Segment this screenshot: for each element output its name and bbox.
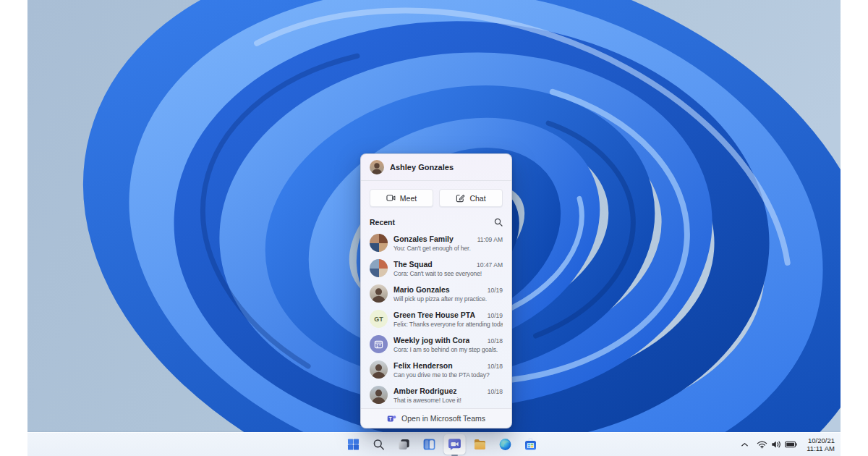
microsoft-store-icon <box>524 437 538 452</box>
conversation-preview: That is awesome! Love it! <box>393 397 503 404</box>
chevron-up-icon <box>741 442 749 447</box>
conversation-row[interactable]: The Squad 10:47 AM Cora: Can't wait to s… <box>361 256 511 282</box>
conversation-timestamp: 10/18 <box>488 363 503 370</box>
chat-button[interactable]: Chat <box>439 189 503 207</box>
battery-icon <box>785 441 797 448</box>
conversation-preview: Will pick up pizza after my practice. <box>393 295 503 303</box>
conversation-content: Green Tree House PTA 10/19 Felix: Thanks… <box>393 310 503 328</box>
conversation-avatar <box>370 234 388 252</box>
store-button[interactable] <box>520 434 542 455</box>
conversation-name: Gonzales Family <box>393 235 454 243</box>
conversation-timestamp: 11:09 AM <box>477 236 503 243</box>
widgets-button[interactable] <box>419 434 441 455</box>
taskbar-date: 10/20/21 <box>807 436 835 444</box>
task-view-button[interactable] <box>393 434 415 455</box>
recent-label: Recent <box>370 218 395 227</box>
conversation-row[interactable]: Gonzales Family 11:09 AM You: Can't get … <box>361 231 511 256</box>
volume-icon <box>771 440 781 449</box>
task-view-icon <box>397 437 412 452</box>
conversation-name: Amber Rodriguez <box>393 387 457 395</box>
file-explorer-button[interactable] <box>469 434 491 455</box>
conversation-content: Amber Rodriguez 10/18 That is awesome! L… <box>393 386 503 404</box>
conversation-content: The Squad 10:47 AM Cora: Can't wait to s… <box>393 259 503 277</box>
conversation-timestamp: 10/19 <box>488 287 503 294</box>
conversation-avatar <box>370 335 388 353</box>
widgets-icon <box>422 437 437 452</box>
teams-chat-flyout: Ashley Gonzales Meet Chat <box>360 153 512 428</box>
conversation-content: Felix Henderson 10/18 Can you drive me t… <box>393 360 503 379</box>
conversation-avatar: GT <box>370 310 388 328</box>
action-buttons-row: Meet Chat <box>361 181 511 214</box>
edge-browser-icon <box>498 437 513 452</box>
conversation-timestamp: 10/18 <box>488 337 503 345</box>
conversation-timestamp: 10/19 <box>488 312 503 319</box>
folder-icon <box>473 437 488 452</box>
conversation-avatar <box>370 360 388 379</box>
conversation-content: Mario Gonzales 10/19 Will pick up pizza … <box>393 284 503 303</box>
wifi-icon <box>757 440 767 449</box>
conversation-name: Felix Henderson <box>393 361 453 370</box>
taskbar: 10/20/21 11:11 AM <box>27 432 841 456</box>
conversation-name: Green Tree House PTA <box>393 311 475 319</box>
user-name: Ashley Gonzales <box>390 163 454 172</box>
conversation-row[interactable]: Amber Rodriguez 10/18 That is awesome! L… <box>361 383 511 408</box>
chat-taskbar-button[interactable] <box>444 434 466 455</box>
conversation-name: The Squad <box>393 260 433 269</box>
windows-desktop: Ashley Gonzales Meet Chat <box>27 0 841 456</box>
taskbar-time: 11:11 AM <box>807 444 835 452</box>
search-button[interactable] <box>368 434 390 455</box>
conversation-preview: Cora: Can't wait to see everyone! <box>393 270 503 277</box>
chat-button-label: Chat <box>469 194 485 203</box>
conversation-avatar <box>370 284 388 303</box>
taskbar-clock[interactable]: 10/20/21 11:11 AM <box>802 436 838 452</box>
flyout-header: Ashley Gonzales <box>361 154 511 180</box>
conversation-row[interactable]: GT Green Tree House PTA 10/19 Felix: Tha… <box>361 307 511 332</box>
conversation-preview: Can you drive me to the PTA today? <box>393 371 503 379</box>
conversation-avatar <box>370 386 388 404</box>
windows-logo-icon <box>346 437 361 452</box>
user-avatar <box>370 160 384 174</box>
search-icon <box>372 438 386 452</box>
meet-button-label: Meet <box>400 194 417 203</box>
open-in-teams-label: Open in Microsoft Teams <box>401 414 485 423</box>
conversation-list: Gonzales Family 11:09 AM You: Can't get … <box>361 229 511 408</box>
og-image-canvas: Ashley Gonzales Meet Chat <box>0 0 868 456</box>
conversation-preview: Cora: I am so behind on my step goals. <box>393 346 503 353</box>
show-hidden-icons-button[interactable] <box>738 435 752 454</box>
conversation-preview: Felix: Thanks everyone for attending tod… <box>393 321 503 328</box>
conversation-content: Gonzales Family 11:09 AM You: Can't get … <box>393 234 503 252</box>
conversation-avatar <box>370 259 388 277</box>
open-in-teams-button[interactable]: T Open in Microsoft Teams <box>361 408 511 428</box>
teams-chat-icon <box>448 437 462 452</box>
conversation-name: Mario Gonzales <box>393 285 450 294</box>
start-button[interactable] <box>343 434 365 455</box>
system-tray: 10/20/21 11:11 AM <box>738 433 838 456</box>
conversation-row[interactable]: Felix Henderson 10/18 Can you drive me t… <box>361 358 511 383</box>
teams-icon: T <box>387 414 396 423</box>
meet-button[interactable]: Meet <box>370 189 433 207</box>
video-camera-icon <box>386 193 396 203</box>
conversation-preview: You: Can't get enough of her. <box>393 245 503 252</box>
conversation-row[interactable]: Mario Gonzales 10/19 Will pick up pizza … <box>361 282 511 307</box>
compose-icon <box>456 193 465 203</box>
search-icon[interactable] <box>494 218 503 227</box>
conversation-timestamp: 10/18 <box>488 388 503 395</box>
network-volume-battery-group[interactable] <box>753 435 801 454</box>
conversation-content: Weekly jog with Cora 10/18 Cora: I am so… <box>393 335 503 353</box>
svg-text:T: T <box>389 415 393 421</box>
recent-header-row: Recent <box>361 214 511 229</box>
taskbar-center-icons <box>343 433 542 456</box>
conversation-timestamp: 10:47 AM <box>477 261 503 269</box>
conversation-name: Weekly jog with Cora <box>393 336 469 345</box>
edge-button[interactable] <box>495 434 516 455</box>
conversation-row[interactable]: Weekly jog with Cora 10/18 Cora: I am so… <box>361 332 511 358</box>
